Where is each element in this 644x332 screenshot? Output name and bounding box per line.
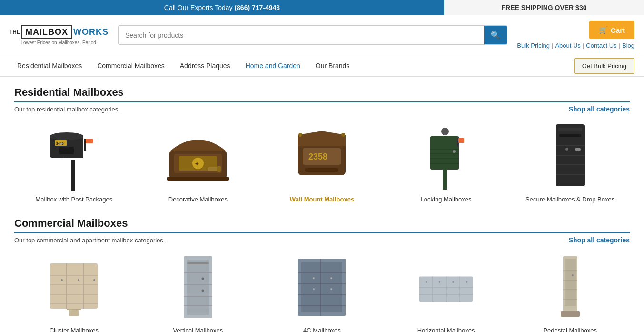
product-label-tall-commercial: Vertical Mailboxes bbox=[173, 327, 223, 332]
bulk-pricing-link[interactable]: Bulk Pricing bbox=[517, 42, 550, 49]
top-links: Bulk Pricing | About Us | Contact Us | B… bbox=[517, 42, 634, 49]
decorative-mb-icon: ✦ bbox=[165, 125, 231, 187]
banner-phone: (866) 717-4943 bbox=[234, 4, 280, 11]
product-wall-mount[interactable]: 2358 Wall Mount Mailboxes bbox=[262, 121, 382, 203]
product-img-secure bbox=[523, 121, 618, 192]
cart-icon: 🛒 bbox=[599, 26, 608, 34]
svg-rect-35 bbox=[559, 134, 581, 137]
svg-text:2446: 2446 bbox=[56, 142, 64, 145]
get-bulk-pricing-button[interactable]: Get Bulk Pricing bbox=[574, 58, 634, 74]
product-img-wall-mount: 2358 bbox=[274, 121, 369, 192]
svg-point-21 bbox=[298, 133, 302, 137]
svg-point-32 bbox=[453, 150, 456, 153]
svg-point-83 bbox=[466, 281, 468, 283]
svg-point-51 bbox=[61, 279, 63, 281]
svg-point-41 bbox=[565, 148, 568, 151]
svg-rect-23 bbox=[443, 168, 447, 190]
header: THE MAILBOX WORKS Lowest Prices on Mailb… bbox=[0, 15, 644, 55]
residential-sub: Our top residential mailbox categories. … bbox=[14, 105, 630, 113]
pedestal-mb-icon bbox=[554, 254, 587, 321]
svg-rect-6 bbox=[86, 139, 93, 143]
banner-left: Call Our Experts Today (866) 717-4943 bbox=[0, 4, 444, 11]
product-decorative[interactable]: ✦ Decorative Mailboxes bbox=[139, 121, 258, 203]
top-banner: Call Our Experts Today (866) 717-4943 FR… bbox=[0, 0, 644, 15]
svg-rect-31 bbox=[458, 138, 464, 143]
svg-point-91 bbox=[572, 274, 574, 276]
product-label-secure: Secure Mailboxes & Drop Boxes bbox=[525, 196, 614, 203]
commercial-title: Commercial Mailboxes bbox=[14, 217, 630, 230]
svg-point-61 bbox=[201, 278, 204, 280]
product-locking[interactable]: Locking Mailboxes bbox=[386, 121, 506, 203]
nav-address-plaques[interactable]: Address Plaques bbox=[172, 55, 238, 76]
commercial-shop-all[interactable]: Shop all categories bbox=[569, 236, 630, 244]
svg-point-73 bbox=[330, 288, 332, 290]
contact-us-link[interactable]: Contact Us bbox=[586, 42, 616, 49]
nav-brands[interactable]: Our Brands bbox=[308, 55, 357, 76]
nav-items: Residential Mailboxes Commercial Mailbox… bbox=[10, 55, 574, 76]
svg-rect-25 bbox=[430, 136, 459, 170]
search-button[interactable]: 🔍 bbox=[484, 26, 507, 44]
product-pedestal[interactable]: Pedestal Mailboxes bbox=[510, 252, 630, 332]
product-img-cluster bbox=[26, 252, 121, 323]
residential-shop-all[interactable]: Shop all categories bbox=[569, 105, 630, 113]
svg-rect-30 bbox=[457, 138, 458, 147]
nav-residential[interactable]: Residential Mailboxes bbox=[10, 55, 89, 76]
commercial-sub: Our top commercial and apartment mailbox… bbox=[14, 236, 630, 244]
product-label-horizontal: Horizontal Mailboxes bbox=[417, 327, 475, 332]
product-tall-commercial[interactable]: Vertical Mailboxes bbox=[139, 252, 258, 332]
svg-rect-74 bbox=[419, 277, 473, 302]
search-bar: 🔍 bbox=[118, 25, 507, 45]
about-us-link[interactable]: About Us bbox=[555, 42, 580, 49]
cart-label: Cart bbox=[611, 26, 625, 34]
residential-section: Residential Mailboxes Our top residentia… bbox=[14, 86, 630, 203]
svg-rect-44 bbox=[50, 263, 98, 309]
nav-home-garden[interactable]: Home and Garden bbox=[238, 55, 308, 76]
logo[interactable]: THE MAILBOX WORKS Lowest Prices on Mailb… bbox=[10, 25, 109, 45]
svg-point-82 bbox=[452, 281, 454, 283]
logo-works: WORKS bbox=[73, 27, 109, 37]
nav-bar: Residential Mailboxes Commercial Mailbox… bbox=[0, 55, 644, 77]
product-mailbox-post[interactable]: 2446 Mailbox with Post Packages bbox=[14, 121, 134, 203]
logo-box: THE MAILBOX WORKS bbox=[10, 25, 109, 39]
residential-header: Residential Mailboxes bbox=[14, 86, 630, 102]
search-input[interactable] bbox=[119, 27, 484, 44]
search-icon: 🔍 bbox=[491, 31, 500, 39]
svg-point-53 bbox=[93, 279, 95, 281]
product-cluster[interactable]: Cluster Mailboxes bbox=[14, 252, 134, 332]
svg-rect-4 bbox=[59, 147, 74, 154]
svg-point-71 bbox=[330, 277, 332, 279]
svg-point-22 bbox=[341, 133, 345, 137]
product-img-horizontal bbox=[398, 252, 494, 323]
svg-text:2358: 2358 bbox=[308, 152, 327, 161]
residential-product-grid: 2446 Mailbox with Post Packages bbox=[14, 121, 630, 203]
svg-rect-16 bbox=[167, 177, 229, 181]
svg-rect-55 bbox=[187, 260, 209, 315]
commercial-subtitle: Our top commercial and apartment mailbox… bbox=[14, 237, 165, 244]
svg-rect-90 bbox=[561, 311, 580, 317]
logo-the: THE bbox=[10, 30, 20, 35]
svg-point-70 bbox=[313, 277, 315, 279]
svg-rect-64 bbox=[301, 262, 342, 312]
svg-point-52 bbox=[78, 279, 79, 281]
svg-rect-40 bbox=[575, 148, 581, 151]
product-label-wall-mount: Wall Mount Mailboxes bbox=[290, 196, 354, 203]
product-secure[interactable]: Secure Mailboxes & Drop Boxes bbox=[510, 121, 630, 203]
horizontal-mb-icon bbox=[417, 266, 475, 309]
logo-tagline: Lowest Prices on Mailboxes, Period. bbox=[20, 40, 97, 45]
svg-rect-34 bbox=[558, 128, 582, 131]
product-img-decorative: ✦ bbox=[150, 121, 246, 192]
svg-rect-0 bbox=[71, 160, 75, 191]
svg-rect-5 bbox=[84, 139, 86, 151]
product-horizontal[interactable]: Horizontal Mailboxes bbox=[386, 252, 506, 332]
nav-commercial[interactable]: Commercial Mailboxes bbox=[89, 55, 172, 76]
blog-link[interactable]: Blog bbox=[622, 42, 634, 49]
svg-rect-60 bbox=[187, 262, 209, 264]
banner-right: FREE SHIPPING OVER $30 bbox=[444, 0, 644, 15]
cart-button[interactable]: 🛒 Cart bbox=[589, 21, 634, 39]
product-4c[interactable]: 4C Mailboxes bbox=[262, 252, 382, 332]
svg-point-80 bbox=[426, 281, 427, 283]
svg-point-3 bbox=[50, 132, 83, 140]
svg-rect-20 bbox=[305, 168, 338, 172]
logo-mailbox: MAILBOX bbox=[21, 25, 72, 39]
product-label-mailbox-post: Mailbox with Post Packages bbox=[35, 196, 112, 203]
